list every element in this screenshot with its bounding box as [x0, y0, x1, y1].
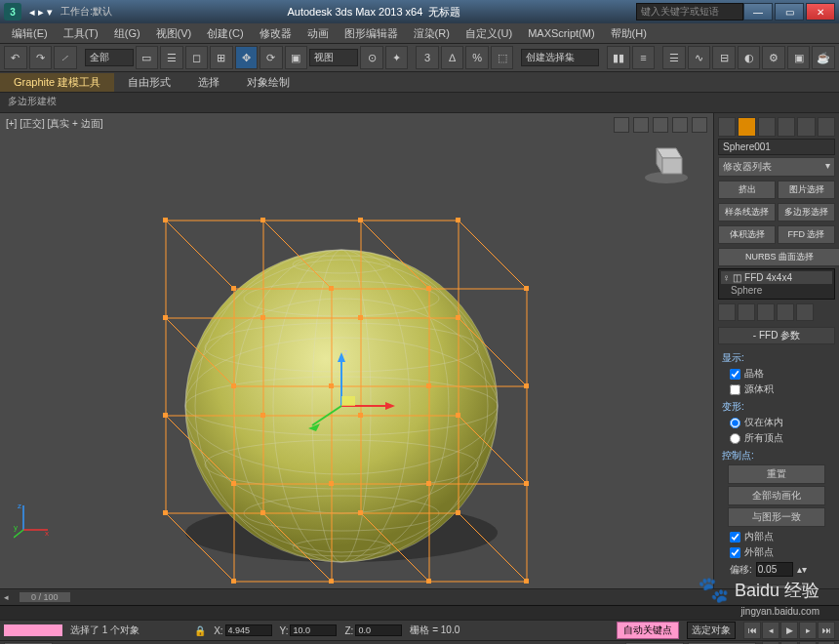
hierarchy-tab-icon[interactable] — [758, 117, 776, 137]
angle-snap-icon[interactable]: ∆ — [441, 46, 464, 69]
btn-spline-sel[interactable]: 样条线选择 — [718, 203, 776, 221]
window-cross-icon[interactable]: ⊞ — [210, 46, 233, 69]
btn-ffd-sel[interactable]: FFD 选择 — [778, 225, 835, 244]
align-icon[interactable]: ≡ — [632, 46, 656, 69]
manip-icon[interactable]: ✦ — [385, 46, 409, 69]
spinner-snap-icon[interactable]: ⬚ — [491, 46, 514, 69]
goto-end-icon[interactable]: ⏭ — [818, 622, 835, 639]
show-end-icon[interactable] — [738, 303, 755, 321]
title-arrows[interactable]: ◂ ▸ ▾ — [29, 6, 53, 19]
track-bar[interactable] — [0, 605, 839, 620]
menu-animation[interactable]: 动画 — [300, 24, 337, 43]
refcoord-dropdown[interactable]: 视图 — [309, 49, 358, 66]
stack-ffd[interactable]: ♀ ◫ FFD 4x4x4 — [721, 271, 832, 284]
coord-z[interactable] — [355, 624, 402, 636]
move-icon[interactable]: ✥ — [235, 46, 259, 69]
render-frame-icon[interactable]: ▣ — [787, 46, 811, 69]
btn-slice[interactable]: 图片选择 — [778, 181, 835, 199]
menu-help[interactable]: 帮助(H) — [603, 24, 655, 43]
modifier-list-dropdown[interactable]: 修改器列表▾ — [718, 157, 835, 177]
chk-source-volume[interactable]: 源体积 — [722, 382, 831, 397]
play-icon[interactable]: ▶ — [780, 622, 798, 639]
undo-icon[interactable]: ↶ — [4, 46, 27, 69]
btn-nurbs-sel[interactable]: NURBS 曲面选择 — [718, 248, 839, 266]
rect-select-icon[interactable]: ◻ — [185, 46, 209, 69]
material-icon[interactable]: ◐ — [738, 46, 761, 69]
lock-icon[interactable]: 🔒 — [194, 625, 206, 636]
help-search[interactable]: 键入关键字或短语 — [636, 3, 743, 20]
scale-icon[interactable]: ▣ — [285, 46, 308, 69]
menu-tools[interactable]: 工具(T) — [56, 24, 106, 43]
link-icon[interactable]: ⟋ — [54, 46, 77, 69]
workspace-value[interactable]: 默认 — [93, 5, 112, 19]
radio-all-vertices[interactable]: 所有顶点 — [722, 430, 831, 446]
layers-icon[interactable]: ☰ — [662, 46, 686, 69]
filter-dropdown[interactable]: 全部 — [85, 49, 134, 66]
spinner-offset[interactable]: 偏移: ▴▾ — [722, 560, 831, 579]
key-filter-dropdown[interactable]: 选定对象 — [687, 622, 736, 639]
mirror-icon[interactable]: ▮▮ — [607, 46, 630, 69]
menu-render[interactable]: 渲染(R) — [406, 24, 458, 43]
btn-animate-all[interactable]: 全部动画化 — [728, 486, 825, 505]
offset-input[interactable] — [756, 562, 793, 577]
goto-start-icon[interactable]: ⏮ — [743, 622, 761, 639]
autokey-toggle[interactable]: 自动关键点 — [617, 622, 679, 639]
maximize-button[interactable]: ▭ — [775, 3, 804, 20]
viewport[interactable]: [+] [正交] [真实 + 边面] — [0, 113, 713, 588]
curve-editor-icon[interactable]: ∿ — [688, 46, 711, 69]
ribbon-tab-selection[interactable]: 选择 — [184, 73, 233, 92]
redo-icon[interactable]: ↷ — [29, 46, 53, 69]
rotate-icon[interactable]: ⟳ — [260, 46, 283, 69]
menu-views[interactable]: 视图(V) — [148, 24, 200, 43]
snap-icon[interactable]: 3 — [416, 46, 439, 69]
display-tab-icon[interactable] — [797, 117, 815, 137]
rollout-header[interactable]: - FFD 参数 — [718, 327, 835, 344]
radio-only-in-volume[interactable]: 仅在体内 — [722, 415, 831, 430]
schematic-icon[interactable]: ⊟ — [712, 46, 736, 69]
btn-extrude[interactable]: 挤出 — [718, 181, 776, 199]
percent-snap-icon[interactable]: % — [465, 46, 489, 69]
minimize-button[interactable]: — — [743, 3, 773, 20]
modify-tab-icon[interactable] — [738, 117, 755, 137]
coord-x[interactable] — [225, 624, 272, 636]
render-icon[interactable]: ☕ — [812, 46, 835, 69]
menu-graph[interactable]: 图形编辑器 — [337, 24, 406, 43]
next-frame-icon[interactable]: ▸ — [799, 622, 817, 639]
menu-modifiers[interactable]: 修改器 — [252, 24, 300, 43]
chk-lattice[interactable]: 晶格 — [722, 366, 831, 382]
config-icon[interactable] — [796, 303, 814, 321]
menu-group[interactable]: 组(G) — [106, 24, 148, 43]
chk-outside-points[interactable]: 外部点 — [722, 544, 831, 560]
unique-icon[interactable] — [757, 303, 775, 321]
stack-sphere[interactable]: Sphere — [721, 284, 832, 297]
object-name-field[interactable]: Sphere001 — [718, 139, 835, 155]
btn-vol-sel[interactable]: 体积选择 — [718, 225, 776, 244]
menu-create[interactable]: 创建(C) — [199, 24, 251, 43]
pin-stack-icon[interactable] — [718, 303, 736, 321]
menu-edit[interactable]: 编辑(E) — [4, 24, 56, 43]
utilities-tab-icon[interactable] — [818, 117, 835, 137]
btn-about[interactable]: About — [741, 584, 812, 588]
prev-frame-icon[interactable]: ◂ — [762, 622, 779, 639]
ribbon-tab-graphite[interactable]: Graphite 建模工具 — [0, 73, 114, 92]
motion-tab-icon[interactable] — [778, 117, 795, 137]
btn-poly-sel[interactable]: 多边形选择 — [778, 203, 835, 221]
btn-reset[interactable]: 重置 — [728, 464, 825, 484]
named-sel-dropdown[interactable]: 创建选择集 — [521, 49, 599, 66]
menu-maxscript[interactable]: MAXScript(M) — [520, 25, 602, 41]
btn-conform[interactable]: 与图形一致 — [728, 507, 825, 527]
render-setup-icon[interactable]: ⚙ — [762, 46, 785, 69]
menu-customize[interactable]: 自定义(U) — [458, 24, 520, 43]
chk-inside-points[interactable]: 内部点 — [722, 529, 831, 544]
coord-y[interactable] — [290, 624, 337, 636]
time-slider[interactable]: ◂0 / 100 — [0, 588, 839, 605]
pivot-icon[interactable]: ⊙ — [360, 46, 383, 69]
remove-mod-icon[interactable] — [777, 303, 794, 321]
select-name-icon[interactable]: ☰ — [160, 46, 183, 69]
ribbon-tab-freeform[interactable]: 自由形式 — [114, 73, 184, 92]
create-tab-icon[interactable] — [718, 117, 736, 137]
time-handle[interactable]: 0 / 100 — [19, 591, 71, 603]
select-icon[interactable]: ▭ — [136, 46, 159, 69]
ribbon-tab-paint[interactable]: 对象绘制 — [233, 73, 303, 92]
modifier-stack[interactable]: ♀ ◫ FFD 4x4x4 Sphere — [718, 268, 835, 300]
